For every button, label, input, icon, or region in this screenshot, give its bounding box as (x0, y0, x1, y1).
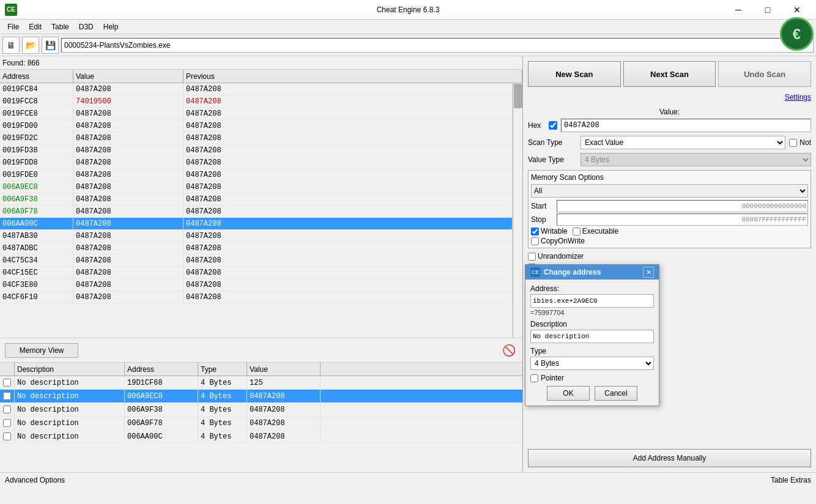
prev-cell: 0487A208 (184, 132, 513, 144)
found-count: Found: 866 (2, 59, 40, 67)
dialog-cancel-button[interactable]: Cancel (595, 386, 637, 401)
menu-d3d[interactable]: D3D (74, 21, 98, 32)
prev-cell: 0487A208 (184, 206, 513, 217)
window-title: Cheat Engine 6.8.3 (377, 6, 440, 14)
table-row[interactable]: 0019FC84 0487A208 0487A208 (0, 83, 513, 95)
type-cell: 4 Bytes (198, 430, 247, 443)
active-cell[interactable] (0, 390, 15, 402)
table-row[interactable]: 006A9EC0 0487A208 0487A208 (0, 181, 513, 193)
cheat-table-row[interactable]: No description 006A9F78 4 Bytes 0487A208 (0, 417, 522, 430)
value-type-select[interactable]: 4 Bytes (580, 153, 811, 166)
cheat-table-row[interactable]: No description 006AA00C 4 Bytes 0487A208 (0, 430, 522, 443)
save-button[interactable]: 💾 (42, 37, 59, 54)
dialog-type-select[interactable]: 4 Bytes (530, 357, 654, 370)
prev-cell: 0487A208 (184, 95, 513, 107)
executable-checkbox[interactable] (573, 228, 580, 235)
table-row[interactable]: 0487AB30 0487A208 0487A208 (0, 230, 513, 242)
scan-type-row: Scan Type Exact Value Not (528, 136, 811, 149)
dialog-ok-button[interactable]: OK (547, 386, 590, 401)
active-checkbox[interactable] (3, 379, 11, 387)
active-cell[interactable] (0, 430, 15, 443)
copyonwrite-checkbox[interactable] (531, 237, 539, 245)
dialog-body: Address: =75997704 Description Type 4 By… (525, 280, 659, 406)
val-cell: 0487A208 (73, 157, 184, 168)
active-cell[interactable] (0, 417, 15, 429)
dialog-btn-row: OK Cancel (530, 386, 654, 401)
open-file-button[interactable]: 📂 (22, 37, 39, 54)
new-scan-button[interactable]: New Scan (528, 61, 621, 87)
active-checkbox[interactable] (3, 406, 11, 413)
table-row[interactable]: 0019FD38 0487A208 0487A208 (0, 144, 513, 157)
next-scan-button[interactable]: Next Scan (623, 61, 716, 87)
dialog-desc-label: Description (530, 320, 654, 328)
cheat-table-row[interactable]: No description 006A9F38 4 Bytes 0487A208 (0, 403, 522, 417)
not-checkbox[interactable] (789, 139, 797, 147)
addr-cell: 006A9F78 (125, 417, 198, 429)
unrandomizer-checkbox[interactable] (528, 253, 536, 261)
val-cell: 74019500 (73, 95, 184, 107)
table-row[interactable]: 0019FD2C 0487A208 0487A208 (0, 132, 513, 144)
table-row[interactable]: 0019FCE8 0487A208 0487A208 (0, 108, 513, 120)
table-row[interactable]: 0019FDD8 0487A208 0487A208 (0, 157, 513, 169)
active-checkbox[interactable] (3, 432, 11, 440)
table-row[interactable]: 006AA00C 0487A208 0487A208 (0, 218, 513, 230)
dialog-address-row: Address: =75997704 (530, 284, 654, 316)
settings-button[interactable]: Settings (785, 91, 811, 104)
table-body[interactable]: 0019FC84 0487A208 0487A208 0019FCC8 7401… (0, 83, 522, 338)
scrollbar[interactable] (513, 83, 522, 338)
scan-type-select[interactable]: Exact Value (580, 136, 785, 149)
table-row[interactable]: 04CF6F10 0487A208 0487A208 (0, 291, 513, 303)
cheat-col-val: Value (247, 363, 321, 376)
table-row[interactable]: 006A9F38 0487A208 0487A208 (0, 193, 513, 206)
cheat-table-row[interactable]: No description 006A9EC0 4 Bytes 0487A208 (0, 390, 522, 403)
status-left: Advanced Options (5, 476, 65, 484)
menu-table[interactable]: Table (46, 21, 74, 32)
memory-view-button[interactable]: Memory View (5, 343, 78, 358)
menu-help[interactable]: Help (98, 21, 124, 32)
table-row[interactable]: 04CF15EC 0487A208 0487A208 (0, 267, 513, 279)
active-cell[interactable] (0, 403, 15, 416)
add-address-button[interactable]: Add Address Manually (528, 449, 811, 467)
val-cell: 0487A208 (73, 120, 184, 132)
table-row[interactable]: 006A9F78 0487A208 0487A208 (0, 206, 513, 218)
main-container: Found: 866 Address Value Previous 0019FC… (0, 56, 816, 472)
dialog-address-input[interactable] (530, 294, 654, 308)
menu-file[interactable]: File (2, 21, 24, 32)
table-row[interactable]: 0019FD00 0487A208 0487A208 (0, 120, 513, 132)
memory-region-select[interactable]: All (531, 184, 808, 198)
start-input[interactable] (557, 200, 808, 212)
cheat-table-row[interactable]: No description 19D1CF68 4 Bytes 125 (0, 376, 522, 390)
open-process-button[interactable]: 🖥 (2, 37, 20, 54)
type-cell: 4 Bytes (198, 403, 247, 416)
table-row[interactable]: 0019FCC8 74019500 0487A208 (0, 95, 513, 108)
maximize-button[interactable]: □ (754, 0, 782, 20)
col-value: Value (73, 70, 184, 83)
menu-edit[interactable]: Edit (24, 21, 46, 32)
active-checkbox[interactable] (3, 392, 11, 400)
cheat-col-type: Type (198, 363, 247, 376)
active-cell[interactable] (0, 376, 15, 389)
addr-cell: 006A9F38 (125, 403, 198, 416)
bottom-toolbar: Memory View 🚫 (0, 338, 522, 362)
addr-cell: 0019FCC8 (0, 95, 73, 107)
minimize-button[interactable]: ─ (724, 0, 752, 20)
undo-scan-button[interactable]: Undo Scan (718, 61, 811, 87)
start-row: Start (531, 200, 808, 212)
desc-cell: No description (15, 403, 125, 416)
value-input[interactable] (561, 119, 811, 132)
dialog-desc-input[interactable] (530, 330, 654, 343)
table-row[interactable]: 04C75C34 0487A208 0487A208 (0, 254, 513, 267)
table-row[interactable]: 0487ADBC 0487A208 0487A208 (0, 242, 513, 254)
hex-checkbox[interactable] (549, 121, 557, 130)
memory-scan-options: Memory Scan Options All Start Stop Writa… (528, 170, 811, 248)
dialog-close-button[interactable]: ✕ (643, 267, 654, 278)
close-button[interactable]: ✕ (783, 0, 811, 20)
stop-input[interactable] (557, 213, 808, 226)
delete-icon[interactable]: 🚫 (500, 342, 517, 359)
active-checkbox[interactable] (3, 419, 11, 427)
writable-checkbox[interactable] (531, 228, 539, 235)
val-cell: 0487A208 (73, 267, 184, 278)
dialog-pointer-checkbox[interactable] (530, 374, 538, 382)
table-row[interactable]: 04CF3E80 0487A208 0487A208 (0, 279, 513, 291)
table-row[interactable]: 0019FDE0 0487A208 0487A208 (0, 169, 513, 181)
